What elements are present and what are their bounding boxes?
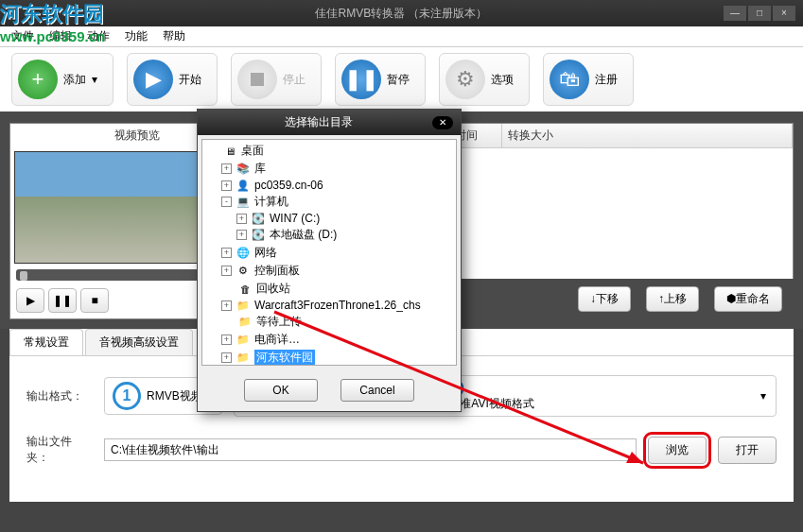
expand-toggle[interactable]: + [221,352,232,363]
menu-file[interactable]: 文件 [6,26,40,46]
play-icon: ▶ [133,60,173,99]
output-folder-label: 输出文件夹： [26,434,93,466]
dialog-title: 选择输出目录 [285,114,353,130]
drive-icon: 💽 [251,212,266,225]
tree-node[interactable]: 🖥桌面 [206,142,452,160]
stop-icon [237,60,277,99]
folder-icon: 📁 [236,334,251,347]
output-folder-input[interactable] [104,438,637,461]
tree-node-label: pc0359.cn-06 [254,179,323,192]
expand-toggle[interactable]: + [221,266,232,276]
expand-toggle[interactable]: + [221,163,232,174]
browse-button[interactable]: 浏览 [648,437,707,464]
net-icon: 🌐 [236,247,251,260]
tree-node-label: 河东软件园 [254,350,315,366]
expand-toggle[interactable]: + [221,248,232,258]
expand-toggle[interactable]: + [236,214,247,224]
tree-node-label: 桌面 [241,143,264,159]
tree-node[interactable]: +📚库 [206,160,452,178]
start-button[interactable]: ▶ 开始 [127,53,218,106]
lib-icon: 📚 [236,163,251,176]
open-button[interactable]: 打开 [718,437,777,464]
pause-icon: ❚❚ [341,60,381,99]
add-button[interactable]: + 添加▾ [11,53,113,106]
expand-toggle[interactable]: + [221,335,232,345]
plus-icon: + [18,60,58,99]
tree-node[interactable]: +👤pc0359.cn-06 [206,178,452,193]
tree-node[interactable]: +📁河东软件园 [206,349,452,366]
tab-av-advanced[interactable]: 音视频高级设置 [85,329,193,355]
folder-icon: 📁 [236,352,251,365]
menu-help[interactable]: 帮助 [157,26,191,46]
dialog-ok-button[interactable]: OK [244,379,318,402]
tree-node-label: WIN7 (C:) [270,212,320,225]
menu-edit[interactable]: 编辑 [44,26,78,46]
tree-node[interactable]: +📁电商详… [206,331,452,349]
move-up-button[interactable]: ↑上移 [646,286,699,312]
window-title: 佳佳RMVB转换器 （未注册版本） [315,6,487,22]
folder-icon: 📁 [236,299,251,312]
basket-icon: 🛍 [550,60,589,99]
folder-dialog: 选择输出目录 ✕ 🖥桌面+📚库+👤pc0359.cn-06-💻计算机+💽WIN7… [197,109,462,412]
menu-bar: 文件 编辑 动作 功能 帮助 [0,26,803,47]
tree-node[interactable]: +💽本地磁盘 (D:) [206,226,452,244]
dialog-cancel-button[interactable]: Cancel [340,379,414,402]
expand-toggle[interactable]: + [221,180,232,191]
drive-icon: 💽 [251,229,266,242]
move-down-button[interactable]: ↓下移 [578,286,631,312]
preview-stop-button[interactable]: ■ [80,288,109,313]
close-button[interactable]: × [773,6,795,21]
expand-toggle[interactable]: - [221,197,232,207]
tree-node[interactable]: +💽WIN7 (C:) [206,211,452,226]
title-bar: 佳佳RMVB转换器 （未注册版本） — □ × [0,0,803,26]
tree-node-label: Warcraft3FrozenThrone1.26_chs [254,299,421,312]
tree-node[interactable]: +📁Warcraft3FrozenThrone1.26_chs [206,298,452,313]
tree-node-label: 电商详… [254,332,300,348]
preview-play-button[interactable]: ▶ [16,288,44,313]
bin-icon: 🗑 [237,283,253,296]
col-resize[interactable]: 转换大小 [502,124,793,147]
expand-toggle[interactable]: + [221,300,232,311]
pc-icon: 💻 [236,196,251,209]
cp-icon: ⚙ [236,265,251,278]
register-button[interactable]: 🛍 注册 [543,53,634,106]
tree-node-label: 计算机 [254,194,288,210]
folder-tree[interactable]: 🖥桌面+📚库+👤pc0359.cn-06-💻计算机+💽WIN7 (C:)+💽本地… [201,139,457,366]
tree-node[interactable]: +⚙控制面板 [206,262,452,280]
tree-node[interactable]: 🗑回收站 [206,280,452,298]
tree-node[interactable]: 📁等待上传 [206,313,452,331]
tree-node[interactable]: -💻计算机 [206,193,452,211]
preview-pause-button[interactable]: ❚❚ [48,288,77,313]
dialog-close-button[interactable]: ✕ [432,116,453,129]
toolbar: + 添加▾ ▶ 开始 停止 ❚❚ 暂停 ⚙ 选项 🛍 注册 [0,47,803,113]
tree-node-label: 本地磁盘 (D:) [270,227,337,243]
tree-node-label: 控制面板 [254,263,300,279]
tree-node-label: 库 [254,161,266,177]
expand-toggle[interactable]: + [236,230,247,240]
gear-icon: ⚙ [445,60,485,99]
maximize-button[interactable]: □ [748,6,771,21]
tree-node-label: 网络 [254,245,277,261]
badge-one-icon: 1 [113,382,141,410]
dialog-title-bar[interactable]: 选择输出目录 ✕ [198,110,461,135]
pause-button[interactable]: ❚❚ 暂停 [335,53,426,106]
tree-node-label: 等待上传 [256,314,302,330]
stop-button[interactable]: 停止 [231,53,322,106]
options-button[interactable]: ⚙ 选项 [439,53,530,106]
menu-action[interactable]: 动作 [81,26,115,46]
tree-node[interactable]: +🌐网络 [206,244,452,262]
minimize-button[interactable]: — [724,6,746,21]
output-format-label: 输出格式： [26,388,93,404]
desktop-icon: 🖥 [222,145,237,158]
user-icon: 👤 [236,179,251,192]
rename-button[interactable]: ⬢重命名 [714,286,782,312]
tab-general[interactable]: 常规设置 [9,329,83,355]
tree-node-label: 回收站 [256,281,290,297]
folder-icon: 📁 [237,316,253,329]
menu-function[interactable]: 功能 [119,26,153,46]
